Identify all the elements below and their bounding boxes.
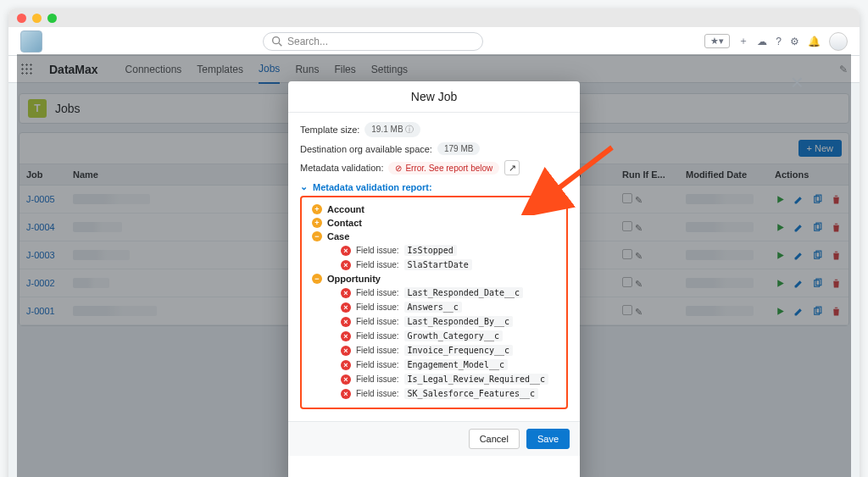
mac-titlebar: [8, 8, 860, 27]
tree-issue: ×Field issue: Invoice_Frequency__c: [305, 343, 563, 358]
help-icon[interactable]: ?: [776, 36, 782, 47]
chevron-down-icon: ⌄: [300, 181, 308, 192]
favorites-menu[interactable]: ★▾: [704, 34, 730, 48]
save-button[interactable]: Save: [526, 429, 570, 449]
cloud-icon[interactable]: ☁: [757, 36, 767, 47]
close-dot[interactable]: [17, 14, 26, 23]
modal-title: New Job: [288, 81, 580, 113]
modal-close-icon[interactable]: ×: [791, 69, 804, 96]
search-input[interactable]: Search...: [263, 32, 483, 51]
svg-line-1: [279, 43, 281, 46]
popout-icon[interactable]: ↗: [504, 160, 520, 175]
template-size-label: Template size:: [300, 125, 359, 135]
dest-space-value: 179 MB: [437, 142, 480, 155]
gear-icon[interactable]: ⚙: [790, 36, 799, 47]
template-size-value: 19.1 MB ⓘ: [364, 122, 420, 137]
cancel-button[interactable]: Cancel: [469, 429, 520, 449]
tree-issue: ×Field issue: SlaStartDate: [305, 258, 563, 272]
tree-issue: ×Field issue: Is_Legal_Review_Required__…: [305, 372, 563, 386]
tree-node[interactable]: −Opportunity: [305, 272, 563, 286]
tree-issue: ×Field issue: IsStopped: [305, 243, 563, 258]
metadata-validation-error: ⊘ Error. See report below: [388, 162, 499, 175]
tree-issue: ×Field issue: Last_Responded_Date__c: [305, 286, 563, 300]
search-placeholder: Search...: [287, 36, 328, 47]
validation-report-tree: +Account+Contact−Case×Field issue: IsSto…: [300, 196, 568, 409]
user-avatar[interactable]: [829, 32, 848, 51]
plus-icon[interactable]: ＋: [738, 34, 748, 48]
topbar: Search... ★▾ ＋ ☁ ? ⚙ 🔔: [8, 27, 860, 56]
tree-node[interactable]: +Contact: [305, 216, 563, 230]
svg-point-0: [273, 36, 280, 43]
new-job-modal: New Job Template size: 19.1 MB ⓘ Destina…: [288, 81, 580, 477]
modal-overlay: × New Job Template size: 19.1 MB ⓘ Desti…: [17, 54, 851, 477]
app-logo: [20, 31, 42, 53]
report-section-toggle[interactable]: ⌄ Metadata validation report:: [300, 181, 568, 192]
dest-space-label: Destination org available space:: [300, 144, 432, 154]
tree-issue: ×Field issue: Engagement_Model__c: [305, 358, 563, 372]
tree-issue: ×Field issue: Last_Responded_By__c: [305, 314, 563, 329]
max-dot[interactable]: [47, 14, 57, 23]
tree-issue: ×Field issue: Answers__c: [305, 300, 563, 314]
bell-icon[interactable]: 🔔: [808, 36, 821, 47]
min-dot[interactable]: [32, 14, 42, 23]
tree-issue: ×Field issue: SK_Salesforce_Features__c: [305, 386, 563, 401]
metadata-validation-label: Metadata validation:: [300, 163, 383, 173]
tree-node[interactable]: +Account: [305, 202, 563, 216]
tree-node[interactable]: −Case: [305, 230, 563, 243]
tree-issue: ×Field issue: Growth_Category__c: [305, 329, 563, 343]
